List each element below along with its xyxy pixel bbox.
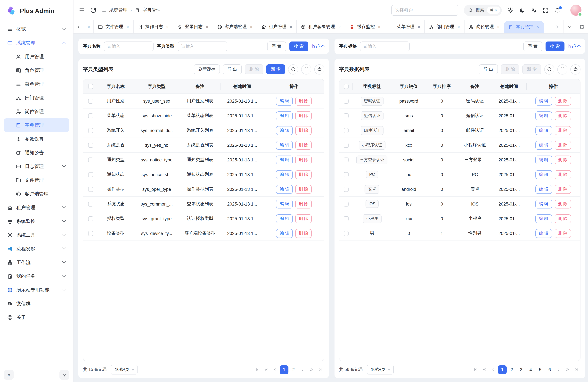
select-all-checkbox[interactable] — [88, 84, 93, 89]
prev-10-button[interactable] — [262, 365, 270, 374]
row-checkbox[interactable] — [88, 157, 93, 162]
delete-button[interactable]: 删 除 — [295, 155, 312, 164]
page-number[interactable]: 4 — [526, 365, 535, 374]
tab-close-icon[interactable]: × — [206, 24, 208, 29]
table-row[interactable]: 三方登录认证 social 0 三方登录... 2025-01-... 编 辑 … — [339, 153, 580, 167]
tab[interactable]: 操作日志 × — [133, 20, 173, 33]
table-row[interactable]: 用户性别 sys_user_sex 用户性别列表 2025-01-13 1...… — [83, 94, 324, 108]
edit-button[interactable]: 编 辑 — [535, 229, 552, 238]
row-checkbox[interactable] — [343, 157, 348, 162]
sidebar-item[interactable]: 概览 — [4, 22, 69, 36]
delete-button[interactable]: 删 除 — [295, 199, 312, 208]
edit-button[interactable]: 编 辑 — [276, 199, 293, 208]
row-checkbox[interactable] — [88, 113, 93, 118]
tab-close-icon[interactable]: × — [166, 24, 168, 29]
edit-button[interactable]: 编 辑 — [276, 229, 293, 238]
sidebar-item[interactable]: 演示站专用功能 — [4, 283, 69, 297]
delete-button[interactable]: 删 除 — [554, 214, 571, 223]
tab[interactable]: 缓存监控 × — [345, 20, 385, 33]
row-checkbox[interactable] — [88, 231, 93, 236]
row-checkbox[interactable] — [88, 143, 93, 148]
delete-button[interactable]: 删 除 — [295, 141, 312, 149]
breadcrumb-level1[interactable]: 系统管理 — [109, 7, 127, 13]
row-checkbox[interactable] — [88, 216, 93, 221]
sidebar-item[interactable]: 通知公告 — [4, 146, 69, 159]
moon-icon[interactable] — [519, 7, 525, 13]
fullscreen-icon[interactable] — [543, 7, 549, 13]
table-row[interactable]: 菜单状态 sys_show_hide 菜单状态列表 2025-01-13 1..… — [83, 108, 324, 123]
row-checkbox[interactable] — [88, 187, 93, 192]
delete-button[interactable]: 删 除 — [501, 64, 520, 74]
table-row[interactable]: 系统状态 sys_common_... 登录状态列表 2025-01-13 1.… — [83, 197, 324, 212]
tab-close-icon[interactable]: × — [250, 24, 252, 29]
page-number[interactable]: 1 — [280, 365, 289, 374]
tab-close-icon[interactable]: × — [418, 24, 420, 29]
dict-label-input[interactable] — [360, 41, 410, 51]
tab[interactable]: 租户套餐管理 × — [297, 20, 345, 33]
sidebar-item[interactable]: 角色管理 — [4, 64, 69, 77]
refresh-cache-button[interactable]: 刷新缓存 — [194, 64, 220, 74]
table-row[interactable]: 通知类型 sys_notice_type 通知类型列表 2025-01-13 1… — [83, 153, 324, 167]
sidebar-item[interactable]: 参数设置 — [4, 132, 69, 146]
edit-button[interactable]: 编 辑 — [535, 155, 552, 164]
delete-button[interactable]: 删 除 — [245, 64, 263, 74]
first-page-button[interactable] — [471, 365, 480, 374]
tab[interactable]: 菜单管理 × — [385, 20, 425, 33]
dict-name-input[interactable] — [104, 41, 153, 51]
delete-button[interactable]: 删 除 — [295, 214, 312, 223]
tenant-select-input[interactable] — [391, 5, 458, 16]
delete-button[interactable]: 删 除 — [554, 126, 571, 135]
tab[interactable]: 客户端管理 × — [213, 20, 257, 33]
tab-close-icon[interactable]: × — [497, 24, 500, 29]
prev-page-button[interactable] — [489, 365, 497, 374]
collapse-search-link[interactable]: 收起 — [312, 43, 324, 49]
table-settings-button[interactable] — [570, 64, 581, 74]
next-page-button[interactable] — [299, 365, 307, 374]
edit-button[interactable]: 编 辑 — [276, 97, 293, 106]
row-checkbox[interactable] — [88, 201, 93, 206]
page-number[interactable]: 6 — [545, 365, 554, 374]
row-checkbox[interactable] — [343, 113, 348, 118]
delete-button[interactable]: 删 除 — [554, 111, 571, 120]
edit-button[interactable]: 编 辑 — [535, 111, 552, 120]
delete-button[interactable]: 删 除 — [295, 97, 312, 106]
edit-button[interactable]: 编 辑 — [535, 214, 552, 223]
tab-close-icon[interactable]: × — [338, 24, 341, 29]
sidebar-collapse-button[interactable]: « — [4, 370, 14, 380]
table-row[interactable]: 操作类型 sys_oper_type 操作类型列表 2025-01-13 1..… — [83, 182, 324, 197]
add-button[interactable]: 新 增 — [523, 64, 541, 74]
edit-button[interactable]: 编 辑 — [276, 214, 293, 223]
content-fullscreen-button[interactable] — [576, 20, 588, 33]
delete-button[interactable]: 删 除 — [295, 185, 312, 194]
export-button[interactable]: 导 出 — [223, 64, 242, 74]
delete-button[interactable]: 删 除 — [295, 126, 312, 135]
row-checkbox[interactable] — [88, 172, 93, 177]
sidebar-item[interactable]: 客户端管理 — [4, 187, 69, 201]
table-row[interactable]: 小程序 xcx 0 小程序 2025-01-... 编 辑 删 除 — [339, 212, 580, 226]
sidebar-item[interactable]: 工作流 — [4, 255, 69, 269]
row-checkbox[interactable] — [343, 143, 348, 148]
sidebar-item[interactable]: 系统管理 — [4, 36, 69, 50]
add-button[interactable]: 新 增 — [266, 64, 285, 74]
tabs-scroll-left-button[interactable] — [74, 20, 84, 33]
edit-button[interactable]: 编 辑 — [535, 141, 552, 149]
page-size-select[interactable]: 10条/页 — [367, 365, 394, 375]
edit-button[interactable]: 编 辑 — [276, 126, 293, 135]
table-row[interactable]: PC pc 0 PC 2025-01-... 编 辑 删 除 — [339, 167, 580, 182]
truncated-tab-close-icon[interactable]: × — [84, 20, 94, 33]
table-fullscreen-button[interactable] — [301, 64, 311, 74]
tabs-scroll-right-button[interactable] — [551, 20, 563, 33]
page-number[interactable]: 2 — [289, 365, 298, 374]
row-checkbox[interactable] — [343, 128, 348, 133]
edit-button[interactable]: 编 辑 — [276, 185, 293, 194]
tab-close-icon[interactable]: × — [537, 25, 539, 30]
row-checkbox[interactable] — [343, 231, 348, 236]
collapse-search-link[interactable]: 收起 — [567, 43, 581, 49]
delete-button[interactable]: 删 除 — [554, 97, 571, 106]
table-settings-button[interactable] — [314, 64, 324, 74]
delete-button[interactable]: 删 除 — [295, 111, 312, 120]
sidebar-item[interactable]: 租户管理 — [4, 201, 69, 214]
tabs-dropdown-button[interactable] — [563, 20, 576, 33]
table-fullscreen-button[interactable] — [557, 64, 567, 74]
reset-button[interactable]: 重 置 — [524, 41, 542, 51]
